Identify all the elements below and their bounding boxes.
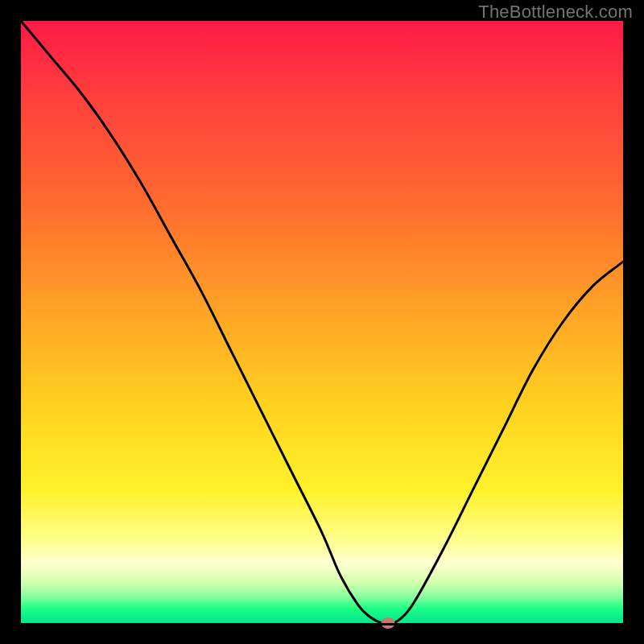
watermark-text: TheBottleneck.com [478, 2, 633, 23]
plot-area [19, 19, 625, 625]
chart-stage: TheBottleneck.com [0, 0, 644, 644]
gradient-background [21, 21, 623, 623]
